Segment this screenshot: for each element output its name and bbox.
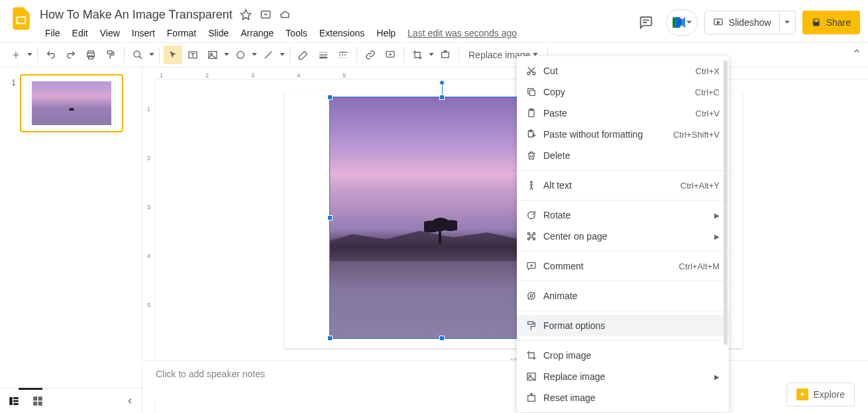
svg-rect-27 [529,90,535,95]
cloud-status-icon[interactable] [279,8,292,21]
filmstrip-view-icon[interactable] [8,395,20,407]
undo-button[interactable] [42,46,60,64]
line-dropdown[interactable] [279,53,286,57]
print-button[interactable] [81,46,100,64]
context-menu-item-crop[interactable]: Crop image [517,345,729,366]
grid-view-icon[interactable] [32,395,44,407]
context-menu-scrollbar[interactable] [724,60,728,408]
crop-button[interactable] [408,46,427,64]
collapse-filmstrip-icon[interactable] [125,396,135,406]
textbox-tool[interactable] [184,46,202,64]
svg-rect-20 [13,403,19,405]
speaker-notes[interactable]: Click to add speaker notes [142,360,868,400]
comments-history-icon[interactable] [633,9,659,36]
insert-link-button[interactable] [361,46,380,64]
context-menu-separator [517,281,729,281]
context-menu-item-paste[interactable]: PasteCtrl+V [517,103,729,124]
resize-handle[interactable] [439,336,445,341]
resize-handle[interactable] [327,215,333,220]
shape-dropdown[interactable] [251,53,258,57]
toolbar: Replace image [0,42,868,68]
explore-label: Explore [814,389,845,400]
last-edit-link[interactable]: Last edit was seconds ago [407,28,517,38]
insert-comment-button[interactable] [381,46,400,64]
share-button[interactable]: Share [802,11,860,34]
horizontal-ruler: 1 2 3 4 5 [156,68,868,79]
toolbar-sep [124,47,125,63]
context-menu-item-rotate[interactable]: Rotate▶ [517,205,729,226]
delete-icon [526,150,543,161]
context-menu-item-center[interactable]: Center on page▶ [517,226,729,247]
select-tool[interactable] [164,46,182,64]
resize-handle[interactable] [327,95,333,100]
redo-button[interactable] [62,46,80,64]
new-slide-button[interactable] [7,46,25,64]
context-menu-label: Crop image [543,350,720,361]
crop-dropdown[interactable] [428,53,435,57]
menu-help[interactable]: Help [371,25,401,41]
context-menu-item-format-options[interactable]: Format options [517,315,729,336]
slide-thumb-1[interactable]: 1 [0,73,142,134]
resize-handle[interactable] [327,336,333,341]
move-icon[interactable] [259,8,272,21]
slide-number: 1 [7,74,20,132]
zoom-dropdown[interactable] [148,53,155,57]
context-menu-item-cut[interactable]: CutCtrl+X [517,60,729,81]
line-tool[interactable] [259,46,278,64]
svg-point-35 [530,295,533,297]
resize-handle[interactable] [439,95,445,100]
context-menu-item-copy[interactable]: CopyCtrl+C [517,81,729,103]
svg-rect-9 [107,51,112,54]
reset-image-button[interactable] [436,46,455,64]
context-menu-item-delete[interactable]: Delete [517,145,729,166]
slides-logo[interactable] [8,5,34,32]
slideshow-button[interactable]: Slideshow [704,11,780,34]
context-menu-item-paste-plain[interactable]: Paste without formattingCtrl+Shift+V [517,124,729,145]
context-menu-label: Delete [543,150,720,161]
paste-plain-icon [526,129,543,140]
collapse-toolbar-button[interactable] [852,46,861,56]
slide-thumbnail[interactable] [20,74,123,132]
notes-placeholder: Click to add speaker notes [156,369,265,379]
context-menu-label: Copy [543,87,695,97]
context-menu-item-reset-img[interactable]: Reset image [517,387,729,408]
paint-format-button[interactable] [101,46,120,64]
menu-edit[interactable]: Edit [67,25,93,41]
border-dash-button[interactable] [334,46,353,64]
rotate-icon [526,210,543,220]
context-menu-item-animate[interactable]: Animate [517,285,729,306]
context-menu-label: Comment [543,261,679,271]
menu-slide[interactable]: Slide [203,25,234,41]
menu-view[interactable]: View [95,25,125,41]
zoom-button[interactable] [129,46,147,64]
context-menu-shortcut: Ctrl+C [695,87,720,97]
menu-extensions[interactable]: Extensions [314,25,370,41]
shape-tool[interactable] [231,46,250,64]
context-menu-label: Replace image [543,371,714,382]
slideshow-label: Slideshow [729,17,771,28]
explore-button[interactable]: ✦ Explore [787,383,855,406]
image-tool[interactable] [203,46,222,64]
star-icon[interactable] [239,8,252,21]
menu-insert[interactable]: Insert [127,25,160,41]
meet-button[interactable] [666,9,698,36]
menu-arrange[interactable]: Arrange [235,25,279,41]
doc-title[interactable]: How To Make An Image Transparent [40,8,233,22]
app-header: How To Make An Image Transparent File Ed… [0,0,868,42]
border-color-button[interactable] [294,46,313,64]
context-menu-item-replace-img[interactable]: Replace image▶ [517,366,729,387]
slideshow-dropdown[interactable] [780,11,796,34]
toolbar-sep [459,47,459,63]
menu-file[interactable]: File [40,25,66,41]
rotate-handle[interactable] [439,80,445,85]
image-dropdown[interactable] [223,53,230,57]
paste-icon [526,108,543,118]
format-options-icon [526,320,543,331]
border-weight-button[interactable] [314,46,333,64]
context-menu-item-comment[interactable]: CommentCtrl+Alt+M [517,255,729,277]
new-slide-dropdown[interactable] [27,53,33,57]
menu-format[interactable]: Format [162,25,201,41]
context-menu-item-alt-text[interactable]: Alt textCtrl+Alt+Y [517,175,729,196]
svg-point-14 [237,52,244,59]
menu-tools[interactable]: Tools [280,25,313,41]
